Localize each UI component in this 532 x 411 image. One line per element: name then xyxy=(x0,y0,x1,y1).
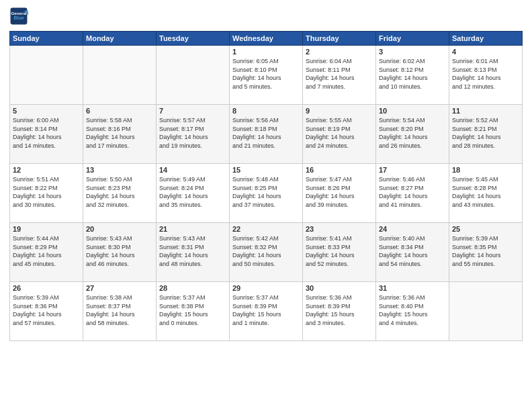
sunset-text: Sunset: 8:29 PM xyxy=(13,243,80,252)
daylight-minutes-text: and 32 minutes. xyxy=(86,201,153,210)
sunrise-text: Sunrise: 5:37 AM xyxy=(159,293,226,302)
sunrise-text: Sunrise: 5:37 AM xyxy=(232,293,300,302)
daylight-hours-text: Daylight: 14 hours xyxy=(379,133,446,142)
calendar-week-row: 12Sunrise: 5:51 AMSunset: 8:22 PMDayligh… xyxy=(10,164,523,223)
sunset-text: Sunset: 8:27 PM xyxy=(379,184,446,193)
calendar-cell: 19Sunrise: 5:44 AMSunset: 8:29 PMDayligh… xyxy=(10,223,83,282)
cell-info: Sunrise: 5:54 AMSunset: 8:20 PMDaylight:… xyxy=(379,116,446,150)
day-number: 11 xyxy=(452,107,519,115)
day-number: 19 xyxy=(13,225,80,233)
calendar-cell xyxy=(157,46,230,105)
daylight-hours-text: Daylight: 15 hours xyxy=(306,310,373,319)
daylight-minutes-text: and 45 minutes. xyxy=(13,260,80,269)
cell-info: Sunrise: 5:55 AMSunset: 8:19 PMDaylight:… xyxy=(306,116,373,150)
cell-info: Sunrise: 5:39 AMSunset: 8:35 PMDaylight:… xyxy=(452,234,519,268)
day-number: 24 xyxy=(379,225,446,233)
daylight-hours-text: Daylight: 14 hours xyxy=(159,192,226,201)
daylight-hours-text: Daylight: 14 hours xyxy=(13,133,80,142)
sunset-text: Sunset: 8:30 PM xyxy=(86,243,153,252)
daylight-minutes-text: and 4 minutes. xyxy=(379,319,446,328)
sunrise-text: Sunrise: 5:36 AM xyxy=(379,293,446,302)
daylight-hours-text: Daylight: 14 hours xyxy=(379,74,446,83)
daylight-hours-text: Daylight: 14 hours xyxy=(379,192,446,201)
cell-info: Sunrise: 5:50 AMSunset: 8:23 PMDaylight:… xyxy=(86,175,153,209)
day-number: 31 xyxy=(379,284,446,292)
sunset-text: Sunset: 8:11 PM xyxy=(306,66,373,75)
daylight-hours-text: Daylight: 14 hours xyxy=(86,310,153,319)
calendar-cell: 4Sunrise: 6:01 AMSunset: 8:13 PMDaylight… xyxy=(449,46,523,105)
weekday-header-thursday: Thursday xyxy=(303,32,376,46)
daylight-hours-text: Daylight: 14 hours xyxy=(86,251,153,260)
cell-info: Sunrise: 5:49 AMSunset: 8:24 PMDaylight:… xyxy=(159,175,226,209)
sunset-text: Sunset: 8:13 PM xyxy=(452,66,519,75)
daylight-hours-text: Daylight: 14 hours xyxy=(159,133,226,142)
day-number: 5 xyxy=(13,107,80,115)
daylight-minutes-text: and 46 minutes. xyxy=(86,260,153,269)
weekday-header-tuesday: Tuesday xyxy=(157,32,230,46)
cell-info: Sunrise: 5:57 AMSunset: 8:17 PMDaylight:… xyxy=(159,116,226,150)
daylight-minutes-text: and 35 minutes. xyxy=(159,201,226,210)
daylight-hours-text: Daylight: 14 hours xyxy=(86,192,153,201)
sunrise-text: Sunrise: 5:38 AM xyxy=(86,293,153,302)
calendar-cell: 11Sunrise: 5:52 AMSunset: 8:21 PMDayligh… xyxy=(449,105,523,164)
daylight-minutes-text: and 48 minutes. xyxy=(159,260,226,269)
calendar-cell: 2Sunrise: 6:04 AMSunset: 8:11 PMDaylight… xyxy=(303,46,376,105)
cell-info: Sunrise: 5:37 AMSunset: 8:38 PMDaylight:… xyxy=(159,293,226,327)
sunrise-text: Sunrise: 5:42 AM xyxy=(232,234,300,243)
daylight-minutes-text: and 26 minutes. xyxy=(379,142,446,150)
daylight-minutes-text: and 30 minutes. xyxy=(13,201,80,210)
day-number: 25 xyxy=(452,225,519,233)
cell-info: Sunrise: 5:58 AMSunset: 8:16 PMDaylight:… xyxy=(86,116,153,150)
sunrise-text: Sunrise: 5:44 AM xyxy=(13,234,80,243)
day-number: 15 xyxy=(232,166,300,174)
calendar-cell: 22Sunrise: 5:42 AMSunset: 8:32 PMDayligh… xyxy=(230,223,303,282)
day-number: 28 xyxy=(159,284,226,292)
sunset-text: Sunset: 8:31 PM xyxy=(159,243,226,252)
daylight-hours-text: Daylight: 15 hours xyxy=(379,310,446,319)
calendar-cell: 10Sunrise: 5:54 AMSunset: 8:20 PMDayligh… xyxy=(376,105,449,164)
sunset-text: Sunset: 8:20 PM xyxy=(379,125,446,134)
calendar-cell: 20Sunrise: 5:43 AMSunset: 8:30 PMDayligh… xyxy=(83,223,157,282)
day-number: 12 xyxy=(13,166,80,174)
day-number: 3 xyxy=(379,48,446,56)
sunrise-text: Sunrise: 5:52 AM xyxy=(452,116,519,125)
daylight-minutes-text: and 43 minutes. xyxy=(452,201,519,210)
day-number: 6 xyxy=(86,107,153,115)
cell-info: Sunrise: 5:52 AMSunset: 8:21 PMDaylight:… xyxy=(452,116,519,150)
cell-info: Sunrise: 5:44 AMSunset: 8:29 PMDaylight:… xyxy=(13,234,80,268)
daylight-minutes-text: and 19 minutes. xyxy=(159,142,226,150)
daylight-hours-text: Daylight: 14 hours xyxy=(232,192,300,201)
sunrise-text: Sunrise: 5:54 AM xyxy=(379,116,446,125)
day-number: 20 xyxy=(86,225,153,233)
sunrise-text: Sunrise: 5:49 AM xyxy=(159,175,226,184)
calendar-cell: 7Sunrise: 5:57 AMSunset: 8:17 PMDaylight… xyxy=(157,105,230,164)
sunset-text: Sunset: 8:33 PM xyxy=(306,243,373,252)
cell-info: Sunrise: 5:46 AMSunset: 8:27 PMDaylight:… xyxy=(379,175,446,209)
cell-info: Sunrise: 5:56 AMSunset: 8:18 PMDaylight:… xyxy=(232,116,300,150)
calendar-cell: 30Sunrise: 5:36 AMSunset: 8:39 PMDayligh… xyxy=(303,282,376,341)
sunset-text: Sunset: 8:24 PM xyxy=(159,184,226,193)
calendar-cell: 24Sunrise: 5:40 AMSunset: 8:34 PMDayligh… xyxy=(376,223,449,282)
sunset-text: Sunset: 8:39 PM xyxy=(232,302,300,311)
cell-info: Sunrise: 5:45 AMSunset: 8:28 PMDaylight:… xyxy=(452,175,519,209)
day-number: 10 xyxy=(379,107,446,115)
calendar-cell: 1Sunrise: 6:05 AMSunset: 8:10 PMDaylight… xyxy=(230,46,303,105)
sunrise-text: Sunrise: 5:50 AM xyxy=(86,175,153,184)
sunrise-text: Sunrise: 5:57 AM xyxy=(159,116,226,125)
calendar-cell: 25Sunrise: 5:39 AMSunset: 8:35 PMDayligh… xyxy=(449,223,523,282)
sunset-text: Sunset: 8:16 PM xyxy=(86,125,153,134)
weekday-header-friday: Friday xyxy=(376,32,449,46)
cell-info: Sunrise: 6:05 AMSunset: 8:10 PMDaylight:… xyxy=(232,57,300,91)
cell-info: Sunrise: 5:43 AMSunset: 8:31 PMDaylight:… xyxy=(159,234,226,268)
daylight-hours-text: Daylight: 14 hours xyxy=(232,133,300,142)
calendar-cell xyxy=(83,46,157,105)
daylight-minutes-text: and 28 minutes. xyxy=(452,142,519,150)
sunset-text: Sunset: 8:39 PM xyxy=(306,302,373,311)
cell-info: Sunrise: 6:00 AMSunset: 8:14 PMDaylight:… xyxy=(13,116,80,150)
calendar-cell: 26Sunrise: 5:39 AMSunset: 8:36 PMDayligh… xyxy=(10,282,83,341)
daylight-minutes-text: and 24 minutes. xyxy=(306,142,373,150)
daylight-hours-text: Daylight: 14 hours xyxy=(452,192,519,201)
daylight-hours-text: Daylight: 14 hours xyxy=(452,251,519,260)
cell-info: Sunrise: 5:36 AMSunset: 8:40 PMDaylight:… xyxy=(379,293,446,327)
daylight-minutes-text: and 21 minutes. xyxy=(232,142,300,150)
